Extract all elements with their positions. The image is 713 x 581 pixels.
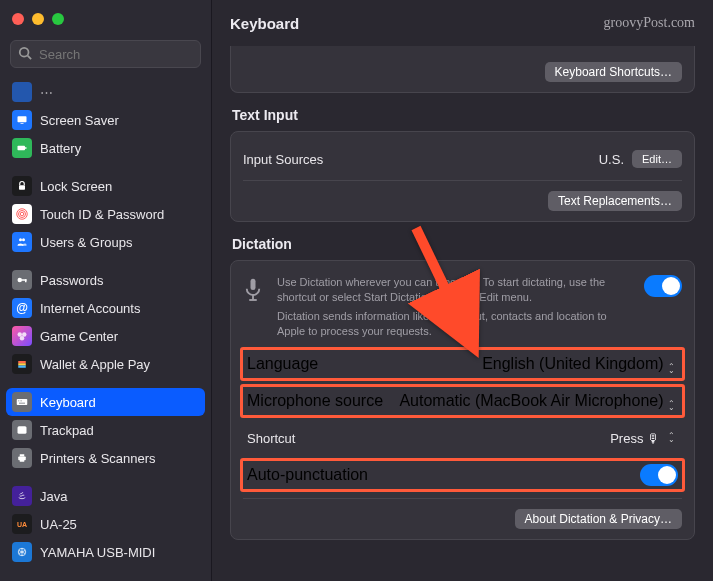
text-replacements-button[interactable]: Text Replacements… — [548, 191, 682, 211]
chevron-updown-icon: ⌃⌄ — [668, 434, 678, 442]
sidebar-item-label: Trackpad — [40, 423, 94, 438]
fullscreen-icon[interactable] — [52, 13, 64, 25]
sidebar-item-trackpad[interactable]: Trackpad — [6, 416, 205, 444]
sidebar-item-yamaha[interactable]: YAMAHA USB-MIDI — [6, 538, 205, 566]
edit-button[interactable]: Edit… — [632, 150, 682, 168]
svg-rect-20 — [18, 366, 26, 368]
screensaver-icon — [12, 110, 32, 130]
svg-line-1 — [28, 56, 32, 60]
svg-rect-22 — [18, 401, 19, 402]
section-title-text-input: Text Input — [232, 107, 693, 123]
sidebar-item-screen-saver[interactable]: Screen Saver — [6, 106, 205, 134]
sidebar-item-truncated[interactable]: ⋯ — [6, 78, 205, 106]
autopunct-label: Auto-punctuation — [247, 466, 368, 484]
mic-source-label: Microphone source — [247, 392, 383, 410]
watermark: groovyPost.com — [604, 15, 695, 31]
svg-rect-25 — [19, 403, 25, 404]
row-microphone-source[interactable]: Microphone source Automatic (MacBook Air… — [240, 384, 685, 418]
autopunct-toggle[interactable] — [640, 464, 678, 486]
chevron-updown-icon: ⌃⌄ — [668, 365, 678, 373]
sidebar-item-keyboard[interactable]: Keyboard — [6, 388, 205, 416]
row-auto-punctuation: Auto-punctuation — [240, 458, 685, 492]
wallet-icon — [12, 354, 32, 374]
sidebar-item-users-groups[interactable]: Users & Groups — [6, 228, 205, 256]
lock-icon — [12, 176, 32, 196]
sidebar-item-java[interactable]: Java — [6, 482, 205, 510]
sidebar-item-lock-screen[interactable]: Lock Screen — [6, 172, 205, 200]
sidebar-item-battery[interactable]: Battery — [6, 134, 205, 162]
svg-point-16 — [22, 332, 27, 337]
keyboard-shortcuts-button[interactable]: Keyboard Shortcuts… — [545, 62, 682, 82]
key-icon — [12, 270, 32, 290]
dictation-desc1: Use Dictation wherever you can type text… — [277, 275, 634, 305]
ua25-icon: UA — [12, 514, 32, 534]
svg-rect-5 — [25, 147, 27, 149]
sidebar-item-label: Printers & Scanners — [40, 451, 156, 466]
sidebar-item-printers[interactable]: Printers & Scanners — [6, 444, 205, 472]
at-icon: @ — [12, 298, 32, 318]
java-icon — [12, 486, 32, 506]
mic-source-value: Automatic (MacBook Air Microphone) — [399, 392, 663, 409]
section-title-dictation: Dictation — [232, 236, 693, 252]
svg-rect-6 — [19, 185, 25, 190]
keyboard-card: Keyboard Shortcuts… — [230, 46, 695, 93]
sidebar-item-label: Internet Accounts — [40, 301, 140, 316]
keyboard-icon — [12, 392, 32, 412]
svg-point-11 — [22, 238, 25, 241]
sidebar-item-internet-accounts[interactable]: @ Internet Accounts — [6, 294, 205, 322]
svg-rect-31 — [251, 279, 256, 290]
sidebar-item-label: Passwords — [40, 273, 104, 288]
generic-icon — [12, 82, 32, 102]
row-shortcut[interactable]: Shortcut Press 🎙︎ ⌃⌄ — [243, 421, 682, 455]
sidebar-item-label: Users & Groups — [40, 235, 132, 250]
row-language[interactable]: Language English (United Kingdom) ⌃⌄ — [240, 347, 685, 381]
about-dictation-button[interactable]: About Dictation & Privacy… — [515, 509, 682, 529]
sidebar-item-label: Game Center — [40, 329, 118, 344]
svg-rect-14 — [25, 279, 27, 282]
sidebar: ⋯ Screen Saver Battery Lock Screen Touch… — [0, 0, 212, 581]
page-title: Keyboard — [230, 15, 299, 32]
sidebar-item-game-center[interactable]: Game Center — [6, 322, 205, 350]
svg-point-15 — [18, 332, 23, 337]
sidebar-item-ua25[interactable]: UA UA-25 — [6, 510, 205, 538]
gamecenter-icon — [12, 326, 32, 346]
microphone-icon — [243, 277, 267, 307]
chevron-updown-icon: ⌃⌄ — [668, 402, 678, 410]
svg-rect-21 — [17, 399, 28, 405]
svg-rect-28 — [20, 454, 25, 456]
sidebar-item-passwords[interactable]: Passwords — [6, 266, 205, 294]
svg-rect-19 — [18, 363, 26, 365]
sidebar-item-label: Java — [40, 489, 67, 504]
minimize-icon[interactable] — [32, 13, 44, 25]
shortcut-label: Shortcut — [247, 431, 295, 446]
battery-icon — [12, 138, 32, 158]
sidebar-item-wallet[interactable]: Wallet & Apple Pay — [6, 350, 205, 378]
touchid-icon — [12, 204, 32, 224]
search-icon — [18, 46, 32, 64]
content-pane: Keyboard groovyPost.com Keyboard Shortcu… — [212, 0, 713, 581]
svg-rect-4 — [18, 146, 26, 151]
sidebar-item-touch-id[interactable]: Touch ID & Password — [6, 200, 205, 228]
dictation-toggle[interactable] — [644, 275, 682, 297]
svg-rect-23 — [20, 401, 21, 402]
search-field — [10, 40, 201, 68]
sidebar-item-label: Touch ID & Password — [40, 207, 164, 222]
yamaha-icon — [12, 542, 32, 562]
input-sources-label: Input Sources — [243, 152, 323, 167]
users-icon — [12, 232, 32, 252]
search-input[interactable] — [10, 40, 201, 68]
sidebar-item-label: Screen Saver — [40, 113, 119, 128]
settings-scroll[interactable]: Keyboard Shortcuts… Text Input Input Sou… — [212, 46, 713, 581]
shortcut-value: Press 🎙︎ — [610, 431, 660, 446]
svg-rect-29 — [20, 460, 25, 462]
sidebar-item-label: Wallet & Apple Pay — [40, 357, 150, 372]
window-controls — [12, 13, 64, 25]
sidebar-nav: ⋯ Screen Saver Battery Lock Screen Touch… — [0, 78, 211, 581]
svg-rect-3 — [21, 123, 24, 124]
text-input-card: Input Sources U.S. Edit… Text Replacemen… — [230, 131, 695, 222]
close-icon[interactable] — [12, 13, 24, 25]
sidebar-item-label: Battery — [40, 141, 81, 156]
language-value: English (United Kingdom) — [482, 355, 663, 372]
svg-point-9 — [20, 212, 24, 216]
svg-rect-26 — [18, 426, 27, 434]
